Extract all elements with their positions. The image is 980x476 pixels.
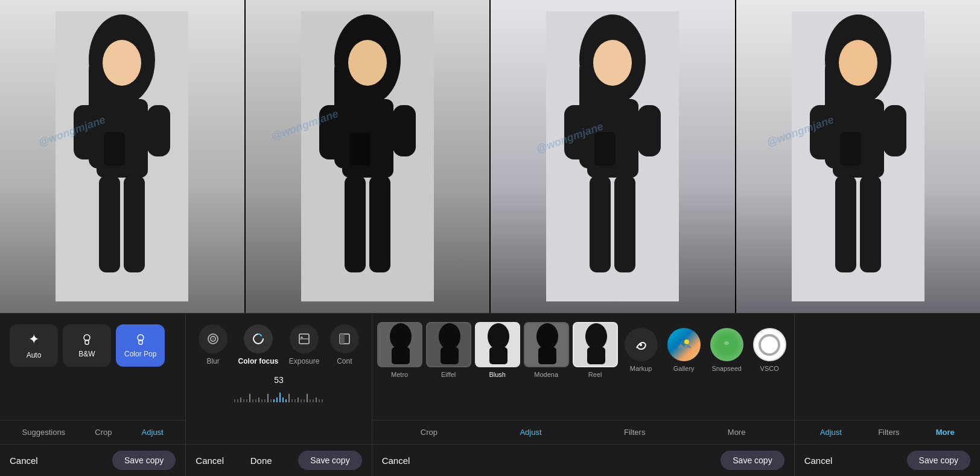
exposure-label: Exposure: [289, 357, 320, 365]
filter-metro[interactable]: Metro: [377, 322, 422, 378]
colorpop-button[interactable]: Color Pop: [116, 324, 165, 367]
filter-reel[interactable]: Reel: [573, 322, 618, 378]
blur-tool[interactable]: Blur: [199, 324, 228, 365]
save-button-2[interactable]: Save copy: [298, 451, 361, 470]
tab-adjust-1[interactable]: Adjust: [137, 425, 168, 439]
cont-label: Cont: [337, 357, 352, 365]
tab-adjust-3[interactable]: Adjust: [515, 425, 546, 439]
svg-rect-68: [538, 347, 556, 364]
svg-rect-27: [594, 132, 616, 166]
colorfocus-icon-circle: [244, 324, 273, 353]
photo-figure-3: @wongmjane: [491, 0, 735, 313]
filter-blush-label: Blush: [489, 371, 506, 378]
vsco-label: VSCO: [760, 365, 779, 372]
tick-mid: [298, 397, 299, 402]
svg-point-54: [390, 323, 412, 350]
snapseed-button[interactable]: Snapseed: [707, 328, 746, 372]
gallery-button[interactable]: Gallery: [664, 328, 704, 372]
svg-rect-64: [489, 347, 508, 364]
photo-figure-2: @wongmjane: [246, 0, 490, 313]
svg-point-46: [212, 338, 214, 339]
gallery-label: Gallery: [673, 365, 695, 372]
snapseed-label: Snapseed: [711, 365, 742, 372]
cancel-button-4[interactable]: Cancel: [804, 455, 833, 466]
gallery-icon: [675, 336, 693, 354]
photo-panel-1: @wongmjane: [0, 0, 246, 313]
vsco-inner-ring: [759, 334, 780, 356]
tick-active-mid: [276, 397, 278, 402]
vsco-button[interactable]: VSCO: [750, 328, 789, 372]
tick: [234, 399, 235, 402]
tab-filters-4[interactable]: Filters: [873, 425, 904, 439]
bottom-bar-3: Cancel Save copy: [372, 444, 794, 476]
slider-value: 53: [274, 375, 284, 385]
tick-mid: [316, 397, 317, 402]
tab-more-4[interactable]: More: [931, 425, 959, 439]
tab-more-3[interactable]: More: [723, 425, 751, 439]
save-button-1[interactable]: Save copy: [112, 451, 176, 470]
filter-blush[interactable]: Blush: [475, 322, 520, 378]
svg-rect-38: [835, 176, 856, 272]
svg-rect-72: [587, 347, 605, 364]
filter-thumb-eiffel-img: [427, 323, 471, 367]
bottom-bar-4: Cancel Save copy: [795, 444, 980, 476]
photo-panel-3: @wongmjane: [491, 0, 736, 313]
svg-point-62: [488, 323, 509, 350]
photo-panel-2: @wongmjane: [246, 0, 491, 313]
svg-rect-16: [393, 105, 416, 156]
cancel-button-3[interactable]: Cancel: [382, 455, 410, 466]
snapseed-icon-circle: [710, 328, 743, 361]
cont-icon-circle: [330, 324, 359, 353]
bottom-bar-1: Cancel Save copy: [0, 444, 185, 476]
filter-modena[interactable]: Modena: [524, 322, 569, 378]
snapseed-icon: [718, 336, 735, 353]
tick-marks: [196, 393, 361, 402]
colorfocus-tool[interactable]: Color focus: [238, 324, 279, 365]
svg-rect-36: [883, 105, 906, 156]
auto-button[interactable]: ✦ Auto: [10, 324, 58, 367]
svg-rect-37: [840, 132, 861, 166]
tick: [246, 399, 247, 402]
colorpop-label: Color Pop: [124, 350, 156, 358]
colorpop-icon: [134, 333, 147, 346]
filter-thumb-modena: [524, 322, 569, 367]
svg-rect-17: [349, 132, 371, 166]
auto-label: Auto: [27, 351, 42, 359]
slider-container[interactable]: [196, 388, 361, 407]
svg-point-33: [839, 40, 877, 86]
editor-panel-2: Blur Color focus: [186, 314, 372, 476]
cont-icon: [337, 332, 352, 346]
cancel-button-2[interactable]: Cancel: [196, 455, 224, 466]
save-button-4[interactable]: Save copy: [907, 451, 970, 470]
tab-crop-3[interactable]: Crop: [416, 425, 442, 439]
cont-tool[interactable]: Cont: [330, 324, 359, 365]
cancel-button-1[interactable]: Cancel: [10, 455, 38, 466]
markup-icon-circle: [625, 328, 658, 361]
done-button[interactable]: Done: [250, 455, 272, 466]
editor-panel-4: Adjust Filters More Cancel Save copy: [795, 314, 980, 476]
exposure-icon: [297, 332, 311, 346]
tab-suggestions[interactable]: Suggestions: [18, 425, 71, 439]
tick-tall: [288, 394, 290, 402]
filter-eiffel[interactable]: Eiffel: [426, 322, 471, 378]
tick: [319, 399, 320, 402]
blur-icon-circle: [199, 324, 228, 353]
tick: [313, 399, 314, 402]
svg-rect-7: [104, 132, 125, 166]
markup-button[interactable]: Markup: [622, 328, 661, 372]
tick-active-tall: [279, 393, 281, 402]
photo-panel-4: @wongmjane: [736, 0, 981, 313]
tab-adjust-4[interactable]: Adjust: [815, 425, 847, 439]
tab-filters-3[interactable]: Filters: [619, 425, 650, 439]
bw-icon: [80, 333, 94, 346]
person-svg-4: [792, 11, 924, 301]
tick: [261, 399, 262, 402]
editor-panel-1: ✦ Auto B&W Color Pop Suggestions Crop Ad…: [0, 314, 186, 476]
tick-tall: [307, 394, 308, 402]
tabs-row-1: Suggestions Crop Adjust: [0, 420, 185, 444]
tab-crop-1[interactable]: Crop: [90, 425, 116, 439]
exposure-tool[interactable]: Exposure: [289, 324, 320, 365]
bw-button[interactable]: B&W: [63, 324, 111, 367]
tick: [252, 399, 253, 402]
save-button-3[interactable]: Save copy: [721, 451, 784, 470]
